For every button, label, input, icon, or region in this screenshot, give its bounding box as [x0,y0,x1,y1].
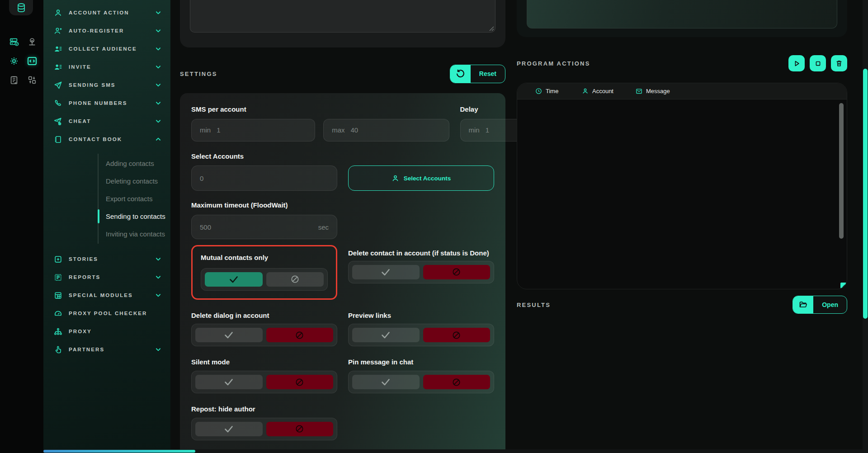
settings-gear-button[interactable] [8,55,20,67]
timeout-field[interactable] [200,223,312,231]
account-network-icon [27,37,37,47]
prohibited-icon [295,378,304,387]
sidebar-item-contact-book[interactable]: CONTACT BOOK [43,131,170,147]
sidebar-item-cheat[interactable]: CHEAT [43,113,170,129]
toggle-no-button[interactable] [423,265,491,279]
chevron-down-icon [155,118,161,124]
reset-button-label: Reset [471,65,505,83]
repost-hide-author-toggle [191,418,337,440]
page-horizontal-scrollbar-thumb[interactable] [43,450,195,453]
sidebar-item-phone-numbers[interactable]: PHONE NUMBERS [43,95,170,111]
sms-min-field[interactable] [217,126,307,134]
swap-button[interactable] [26,74,38,86]
paper-plane-gear-icon [53,117,62,126]
paper-plane-icon [53,80,62,90]
icon-rail [0,0,43,453]
submenu-item-export-contacts[interactable]: Export contacts [99,190,170,208]
submenu-item-sending-to-contacts[interactable]: Sending to contacts [99,208,170,225]
toggle-no-button[interactable] [423,328,491,342]
prohibited-icon [290,274,300,284]
clipboard-check-button[interactable] [8,74,20,86]
toggle-no-button[interactable] [266,422,334,436]
stop-button[interactable] [810,55,826,71]
sms-max-input[interactable]: max [323,119,449,142]
delete-button[interactable] [831,55,847,71]
timeout-group: Maximum timeout (FloodWait) sec [191,201,494,239]
textarea-resize-handle[interactable] [489,26,494,31]
sidebar-item-label: PHONE NUMBERS [69,100,149,106]
toggle-yes-button[interactable] [205,272,263,287]
program-actions-table: Time Account Message [517,83,847,289]
page-horizontal-scrollbar[interactable] [43,449,863,453]
database-rail-button[interactable] [9,0,33,15]
delete-dialog-toggle [191,324,337,346]
submenu-item-adding-contacts[interactable]: Adding contacts [99,155,170,172]
sidebar-item-label: COLLECT AUDIENCE [69,46,149,52]
secondary-textarea[interactable] [527,0,837,28]
column-label: Time [546,88,558,94]
toggle-yes-button[interactable] [352,265,420,279]
sms-max-field[interactable] [351,126,441,134]
toggle-no-button[interactable] [266,328,334,342]
check-icon [223,377,234,387]
sidebar-item-label: SPECIAL MODULES [69,293,149,298]
toggle-yes-button[interactable] [195,422,263,436]
toggle-yes-button[interactable] [195,328,263,342]
sidebar-item-partners[interactable]: PARTNERS [43,341,170,358]
code-window-button[interactable] [26,55,38,67]
column-header-account: Account [582,88,636,94]
sidebar-item-account-action[interactable]: ACCOUNT ACTION [43,5,170,21]
check-icon [380,267,391,278]
sidebar-item-proxy-pool-checker[interactable]: PROXY POOL CHECKER [43,305,170,321]
select-accounts-button[interactable]: Select Accounts [348,165,494,191]
timeout-input[interactable]: sec [191,215,337,239]
selected-accounts-count-field[interactable] [200,175,329,182]
gear-icon [9,56,19,66]
sidebar-item-reports[interactable]: REPORTS [43,269,170,285]
submenu-item-deleting-contacts[interactable]: Deleting contacts [99,172,170,190]
toggle-yes-button[interactable] [352,375,420,389]
table-header-row: Time Account Message [517,83,847,99]
sidebar-item-stories[interactable]: STORIES [43,251,170,267]
sidebar-item-sending-sms[interactable]: SENDING SMS [43,77,170,93]
sms-min-input[interactable]: min [191,119,315,142]
sidebar-item-auto-register[interactable]: AUTO-REGISTER [43,23,170,39]
column-label: Message [646,88,670,94]
sidebar-item-special-modules[interactable]: SPECIAL MODULES [43,287,170,303]
page-vertical-scrollbar[interactable] [863,0,868,453]
message-textarea[interactable] [190,0,495,33]
select-accounts-button-label: Select Accounts [404,175,451,182]
submenu-item-inviting-via-contacts[interactable]: Inviting via contacts [99,225,170,243]
repost-hide-author-group: Repost: hide author [191,405,337,440]
toggle-yes-button[interactable] [195,375,263,389]
min-prefix: min [200,126,211,134]
database-icon [16,2,27,13]
sidebar-item-invite[interactable]: INVITE [43,59,170,75]
open-results-button[interactable]: Open [793,296,847,314]
preview-links-group: Preview links [348,311,494,347]
table-resize-handle[interactable] [840,283,846,288]
prohibited-icon [452,378,461,387]
server-check-button[interactable] [8,36,20,48]
app-window: ACCOUNT ACTION AUTO-REGISTER COLLECT AUD… [0,0,868,453]
chevron-down-icon [155,9,161,16]
sidebar-item-collect-audience[interactable]: COLLECT AUDIENCE [43,41,170,57]
account-network-button[interactable] [26,36,38,48]
toggle-no-button[interactable] [423,375,491,389]
preview-links-label: Preview links [348,311,494,320]
plus-square-icon [53,255,62,264]
check-icon [223,330,234,340]
table-scrollbar-thumb[interactable] [839,103,844,239]
chevron-down-icon [155,64,161,70]
contact-book-submenu: Adding contacts Deleting contacts Export… [98,154,170,244]
toggle-no-button[interactable] [266,272,324,287]
selected-accounts-count-input[interactable] [191,165,337,191]
play-button[interactable] [788,55,805,71]
page-vertical-scrollbar-thumb[interactable] [863,69,868,319]
toggle-yes-button[interactable] [352,328,420,342]
toggle-no-button[interactable] [266,375,334,389]
silent-mode-toggle [191,371,337,393]
sidebar-item-proxy[interactable]: PROXY [43,323,170,340]
chevron-up-icon [155,136,161,142]
reset-button[interactable]: Reset [450,65,505,83]
